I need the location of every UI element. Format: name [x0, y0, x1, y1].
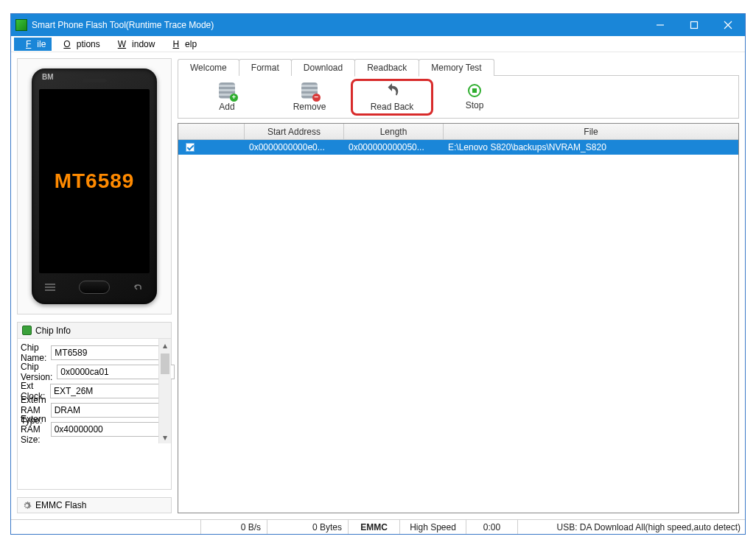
stop-button[interactable]: Stop	[433, 79, 516, 116]
database-add-icon: +	[219, 82, 235, 99]
emmc-flash-panel[interactable]: EMMC Flash	[17, 497, 172, 513]
chip-info-scrollbar[interactable]: ▴▾	[158, 339, 171, 443]
maximize-button[interactable]	[677, 14, 711, 36]
tab-readback[interactable]: Readback	[354, 59, 419, 77]
undo-arrow-icon	[384, 82, 400, 99]
tab-download[interactable]: Download	[291, 59, 355, 76]
status-bar: 0 B/s 0 Bytes EMMC High Speed 0:00 USB: …	[11, 519, 745, 534]
col-checkbox[interactable]	[178, 124, 245, 139]
row-length: 0x000000000050...	[344, 140, 444, 155]
tab-memory-test[interactable]: Memory Test	[419, 59, 494, 76]
row-checkbox[interactable]	[186, 143, 195, 152]
chip-name-field[interactable]	[51, 345, 169, 360]
readback-toolbar: + Add − Remove Read Back Stop	[178, 76, 739, 119]
col-length[interactable]: Length	[344, 124, 444, 139]
read-back-button[interactable]: Read Back	[351, 79, 433, 116]
phone-preview: BM MT6589	[17, 58, 172, 314]
database-remove-icon: −	[301, 82, 318, 99]
menubar: File Options Window Help	[11, 36, 745, 52]
menu-file[interactable]: File	[14, 38, 52, 51]
ram-size-field[interactable]	[51, 422, 169, 437]
progress-bar	[12, 521, 200, 533]
phone-chip-label: MT6589	[55, 169, 135, 193]
emmc-title: EMMC Flash	[35, 500, 86, 510]
svg-rect-1	[691, 22, 698, 29]
chip-version-field[interactable]	[57, 365, 175, 379]
phone-brand: BM	[42, 73, 54, 81]
chip-info-title: Chip Info	[35, 326, 71, 336]
gear-icon	[22, 501, 32, 510]
back-key-icon	[131, 282, 146, 292]
menu-key-icon	[43, 282, 57, 292]
status-usb: USB: DA Download All(high speed,auto det…	[517, 520, 745, 534]
stop-icon	[468, 84, 481, 97]
home-key-icon	[79, 281, 110, 294]
chip-icon	[22, 326, 32, 335]
app-window: Smart Phone Flash Tool(Runtime Trace Mod…	[10, 13, 746, 535]
add-button[interactable]: + Add	[186, 79, 268, 116]
app-icon	[15, 19, 27, 31]
status-rate: 0 B/s	[200, 520, 267, 534]
menu-help[interactable]: Help	[161, 38, 203, 51]
col-start-address[interactable]: Start Address	[245, 124, 344, 139]
minimize-button[interactable]	[643, 14, 677, 36]
ext-clock-field[interactable]	[50, 384, 168, 398]
tab-welcome[interactable]: Welcome	[178, 59, 239, 76]
readback-table[interactable]: Start Address Length File 0x0000000000e0…	[178, 123, 739, 513]
row-file: E:\Lenovo S820\backups\NVRAM_S820	[444, 140, 738, 155]
window-title: Smart Phone Flash Tool(Runtime Trace Mod…	[32, 20, 214, 30]
chip-version-label: Chip Version:	[21, 362, 52, 382]
tab-format[interactable]: Format	[239, 59, 292, 76]
tab-bar: Welcome Format Download Readback Memory …	[178, 58, 739, 76]
status-time: 0:00	[466, 520, 517, 534]
titlebar: Smart Phone Flash Tool(Runtime Trace Mod…	[11, 14, 745, 36]
status-bytes: 0 Bytes	[267, 520, 348, 534]
menu-window[interactable]: Window	[106, 38, 161, 51]
menu-options[interactable]: Options	[52, 38, 105, 51]
chip-name-label: Chip Name:	[21, 342, 46, 363]
remove-button[interactable]: − Remove	[268, 79, 351, 116]
row-start: 0x0000000000e0...	[245, 140, 344, 155]
ram-type-field[interactable]	[51, 403, 169, 418]
status-speed: High Speed	[399, 520, 466, 534]
chip-info-panel: Chip Info Chip Name: Chip Version: Ext C…	[17, 322, 172, 490]
close-button[interactable]	[711, 14, 745, 36]
col-file[interactable]: File	[444, 124, 738, 139]
table-row[interactable]: 0x0000000000e0... 0x000000000050... E:\L…	[178, 140, 738, 155]
ram-size-label: Extern RAM Size:	[21, 414, 46, 445]
status-storage: EMMC	[348, 520, 399, 534]
